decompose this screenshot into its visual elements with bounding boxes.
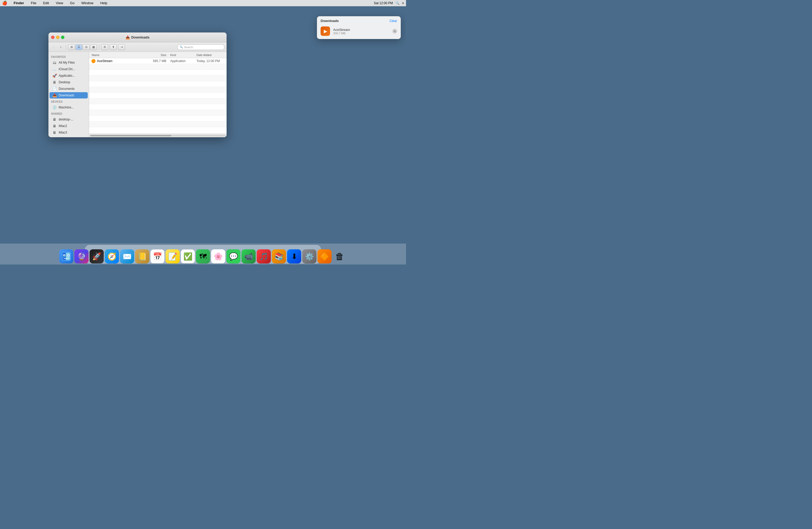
menu-edit[interactable]: Edit [42, 1, 50, 5]
table-row-empty-1 [89, 64, 227, 70]
menu-help[interactable]: Help [99, 1, 109, 5]
applications-icon: 🚀 [52, 74, 57, 78]
finder-sidebar: Favorites 🗂 All My Files ☁️ iCloud Dri..… [48, 52, 89, 137]
sidebar-item-desktop[interactable]: 🖥 Desktop [49, 79, 88, 85]
filelist-header: Name Size Kind Date Added [89, 52, 227, 58]
file-size-cell: 585.7 MB [145, 59, 169, 63]
notification-header: Downloads Clear [317, 16, 401, 24]
control-center-icon[interactable]: ≡ [402, 1, 404, 5]
sidebar-item-downloads[interactable]: 📥 Downloads [49, 92, 88, 99]
sidebar-item-icloud[interactable]: ☁️ iCloud Dri... [49, 66, 88, 72]
cover-view-button[interactable]: ▦ [90, 44, 97, 50]
dock-item-notes[interactable]: 📝 [165, 249, 180, 263]
notification-item: ▶ AceStream 200.7 MB ✕ [317, 24, 401, 39]
menubar: 🍎 Finder File Edit View Go Window Help S… [0, 0, 406, 6]
table-row-empty-9 [89, 110, 227, 116]
sidebar-item-imac2[interactable]: 🖥 iMac2 [49, 123, 88, 129]
dock-item-facetime[interactable]: 📹 [242, 249, 256, 263]
icon-view-button[interactable]: ⊞ [68, 44, 75, 50]
column-date[interactable]: Date Added [195, 54, 227, 57]
column-name[interactable]: Name [89, 54, 145, 57]
dock-item-photos[interactable]: 🌸 [211, 249, 225, 263]
apple-menu[interactable]: 🍎 [2, 1, 7, 5]
sidebar-item-documents[interactable]: 📄 Documents [49, 86, 88, 92]
dock-item-rocket[interactable]: 🚀 [90, 249, 104, 263]
notification-clear-button[interactable]: Clear [390, 19, 397, 23]
table-row-empty-3 [89, 75, 227, 81]
all-files-icon: 🗂 [52, 60, 57, 65]
table-row[interactable]: 🟠 AceStream 585.7 MB Application Today, … [89, 58, 227, 64]
toolbar-separator-2 [99, 45, 99, 50]
imac3-icon: 🖥 [52, 130, 57, 135]
dock-item-trash[interactable]: 🗑 [333, 249, 347, 263]
dock-item-books[interactable]: 📚 [272, 249, 286, 263]
sidebar-item-minimig[interactable]: 🖥 mini-MiG [49, 136, 88, 137]
dock-item-maps[interactable]: 🗺 [196, 249, 210, 263]
minimize-button[interactable] [56, 35, 59, 39]
table-row-empty-8 [89, 104, 227, 110]
search-icon-small: 🔍 [180, 46, 183, 48]
menu-go[interactable]: Go [68, 1, 76, 5]
notification-close-button[interactable]: ✕ [392, 29, 397, 33]
menu-view[interactable]: View [54, 1, 65, 5]
finder-window: 📥 Downloads ‹ › ⊞ ☰ ⊟ ▦ ⚙ ⬆ ⇥ 🔍 Search [48, 32, 227, 137]
search-icon[interactable]: 🔍 [395, 1, 400, 5]
menu-finder[interactable]: Finder [12, 1, 26, 5]
finder-face-icon [61, 252, 71, 261]
table-row-empty-7 [89, 99, 227, 104]
finder-filelist: Name Size Kind Date Added 🟠 AceStream 58… [89, 52, 227, 137]
finder-toolbar: ‹ › ⊞ ☰ ⊟ ▦ ⚙ ⬆ ⇥ 🔍 Search [48, 42, 227, 52]
file-kind-cell: Application [169, 59, 195, 63]
icloud-icon: ☁️ [52, 67, 57, 71]
search-bar[interactable]: 🔍 Search [177, 44, 224, 50]
share-button[interactable]: ⬆ [110, 44, 117, 50]
dock-item-contacts[interactable]: 📒 [135, 249, 149, 263]
dock-item-finder[interactable] [59, 249, 73, 263]
desktop-icon: 🖥 [52, 80, 57, 84]
imac2-icon: 🖥 [52, 124, 57, 128]
dock-item-reminders[interactable]: ✅ [181, 249, 195, 263]
finder-scrollbar[interactable] [89, 134, 227, 137]
menubar-time: Sat 12:00 PM [374, 1, 393, 5]
view-buttons: ⊞ ☰ ⊟ ▦ [68, 44, 97, 50]
macintosh-icon: 💿 [52, 105, 57, 109]
svg-point-6 [68, 255, 69, 256]
dock-item-siri[interactable]: 🔮 [74, 249, 88, 263]
dock-item-calendar[interactable]: 📅 [150, 249, 164, 263]
dock-item-systemprefs[interactable]: ⚙️ [302, 249, 316, 263]
file-date-cell: Today, 12:00 PM [195, 59, 227, 63]
scrollbar-track[interactable] [90, 135, 226, 136]
column-size[interactable]: Size [145, 54, 169, 57]
dock-item-vlc[interactable]: 🔶 [318, 249, 332, 263]
dock-item-music[interactable]: 🎵 [257, 249, 271, 263]
table-row-empty-10 [89, 116, 227, 121]
tag-button[interactable]: ⇥ [118, 44, 125, 50]
menu-file[interactable]: File [29, 1, 38, 5]
dock-item-appstore[interactable]: ⬇ [287, 249, 301, 263]
sidebar-item-desktop-shared[interactable]: 🖥 desktop-... [49, 116, 88, 122]
finder-content: Favorites 🗂 All My Files ☁️ iCloud Dri..… [48, 52, 227, 137]
table-row-empty-11 [89, 121, 227, 127]
column-kind[interactable]: Kind [169, 54, 195, 57]
sidebar-item-applications[interactable]: 🚀 Applicatio... [49, 73, 88, 79]
documents-icon: 📄 [52, 87, 57, 91]
forward-button[interactable]: › [58, 44, 64, 50]
scrollbar-thumb[interactable] [90, 135, 171, 136]
column-view-button[interactable]: ⊟ [83, 44, 90, 50]
arrange-button[interactable]: ⚙ [101, 44, 108, 50]
filelist-body: 🟠 AceStream 585.7 MB Application Today, … [89, 58, 227, 134]
close-button[interactable] [51, 35, 55, 39]
fullscreen-button[interactable] [61, 35, 64, 39]
dock-item-messages[interactable]: 💬 [226, 249, 241, 263]
dock-item-safari[interactable]: 🧭 [105, 249, 119, 263]
list-view-button[interactable]: ☰ [75, 44, 82, 50]
sidebar-item-macintosh[interactable]: 💿 Macintos... [49, 104, 88, 111]
sidebar-item-all-my-files[interactable]: 🗂 All My Files [49, 59, 88, 66]
menu-window[interactable]: Window [79, 1, 95, 5]
shared-label: Shared [48, 111, 89, 116]
table-row-empty-4 [89, 81, 227, 87]
desktop-shared-icon: 🖥 [52, 117, 57, 121]
sidebar-item-imac3[interactable]: 🖥 iMac3 [49, 129, 88, 136]
dock-item-mail[interactable]: ✉️ [120, 249, 134, 263]
back-button[interactable]: ‹ [50, 44, 56, 50]
